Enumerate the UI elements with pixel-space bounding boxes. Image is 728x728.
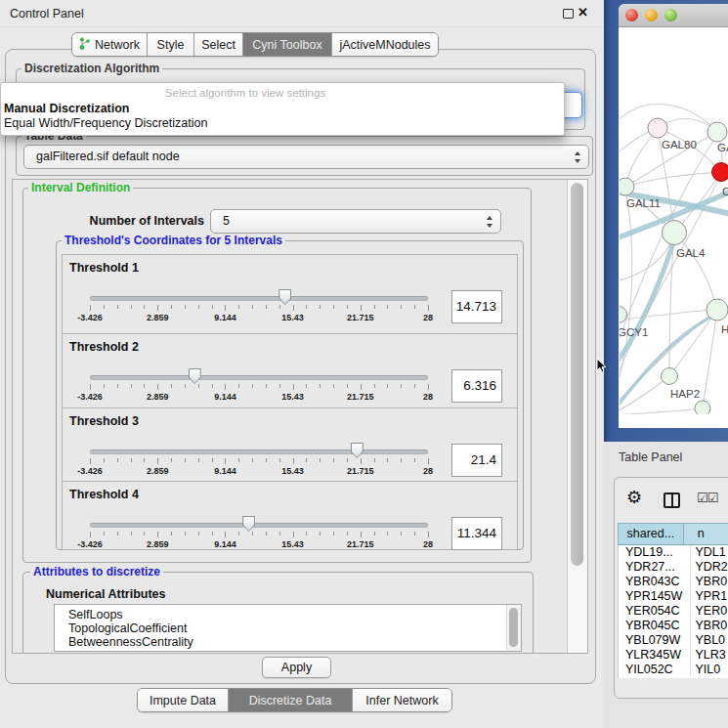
slider-tick [306, 458, 307, 462]
close-traffic-icon[interactable] [625, 9, 638, 21]
slider-track[interactable] [90, 523, 428, 528]
popup-item-manual-discretization[interactable]: Manual Discretization [4, 102, 130, 115]
slider-tick [144, 384, 145, 388]
attribute-item[interactable]: BetweennessCentrality [55, 635, 521, 649]
column-header-shared[interactable]: shared... [619, 524, 683, 544]
tab-cyni-toolbox[interactable]: Cyni Toolbox [242, 33, 331, 56]
close-icon[interactable]: ✕ [578, 5, 588, 20]
attribute-item[interactable]: SelfLoops [55, 608, 521, 621]
columns-icon[interactable] [664, 492, 680, 508]
slider-thumb[interactable] [278, 289, 291, 305]
attributes-list-scrollbar[interactable] [506, 605, 521, 651]
threshold-value-field[interactable]: 14.713 [451, 290, 502, 323]
slider-tick [279, 384, 280, 388]
threshold-box-4: Threshold 4-3.4262.8599.14415.4321.71528… [62, 481, 518, 550]
table-row[interactable]: YLR345WYLR3 [619, 648, 728, 663]
apply-button[interactable]: Apply [262, 657, 331, 678]
slider-thumb[interactable] [189, 368, 201, 384]
table-panel: ⚙ ☑☑ shared... n YDL19...YDL1YDR27...YDR… [614, 477, 728, 699]
slider-tick [144, 458, 145, 462]
table-rows: YDL19...YDL1YDR27...YDR2YBR043CYBR0YPR14… [618, 545, 728, 678]
threshold-value-field[interactable]: 6.316 [451, 369, 502, 403]
slider-tick [117, 532, 118, 535]
slider-tick [293, 458, 294, 464]
slider-tick [374, 305, 375, 309]
settings-scrollpane: Interval Definition Number of Intervals … [12, 179, 588, 654]
slider-track[interactable] [90, 450, 428, 454]
network-window-titlebar [619, 4, 728, 27]
slider-tick-label: 9.144 [214, 539, 236, 549]
slider-tick [198, 305, 199, 309]
slider-tick [401, 458, 402, 462]
column-header-name[interactable]: n [683, 524, 728, 544]
minimize-traffic-icon[interactable] [645, 9, 658, 21]
slider-tick [90, 532, 91, 537]
slider-tick [306, 305, 307, 309]
control-panel: Control Panel ✕ NetworkStyleSelectCyni T… [0, 0, 604, 728]
attribute-item[interactable]: TopologicalCoefficient [55, 621, 521, 635]
slider-tick [279, 305, 280, 309]
slider-tick [238, 384, 239, 388]
tab-impute-data[interactable]: Impute Data [138, 689, 228, 711]
slider-tick [117, 384, 118, 388]
checkbox-icons[interactable]: ☑☑ [697, 491, 717, 505]
slider-thumb[interactable] [351, 443, 364, 458]
table-row[interactable]: YDR27...YDR2 [619, 560, 728, 575]
slider-tick-label: 21.715 [347, 466, 374, 476]
slider-track[interactable] [90, 375, 428, 380]
numerical-attributes-list[interactable]: SelfLoopsTopologicalCoefficientBetweenne… [54, 604, 522, 652]
scrollbar-thumb[interactable] [571, 183, 583, 566]
slider-tick-label: 21.715 [347, 313, 374, 322]
slider-track[interactable] [90, 296, 428, 301]
threshold-label: Threshold 4 [69, 488, 139, 501]
popup-item-equal-width[interactable]: Equal Width/Frequency Discretization [4, 116, 207, 130]
slider-tick [238, 532, 239, 535]
table-data-combo[interactable]: galFiltered.sif default node [23, 145, 589, 169]
algorithm-placeholder: Select algorithm to view settings [1, 87, 490, 99]
tab-infer-network[interactable]: Infer Network [352, 689, 451, 711]
tab-select[interactable]: Select [193, 33, 242, 56]
network-view-frame[interactable]: GAL80GAL11GAL4GCY1HAP2GACH [604, 0, 728, 442]
top-tab-bar: NetworkStyleSelectCyni ToolboxjActiveMNo… [71, 32, 439, 57]
tab-network[interactable]: Network [72, 33, 147, 56]
slider-tick [212, 305, 213, 309]
svg-text:GAL80: GAL80 [662, 139, 697, 150]
slider-tick-label: 15.43 [281, 466, 304, 476]
node-table: shared... n YDL19...YDL1YDR27...YDR2YBR0… [618, 523, 728, 678]
number-of-intervals-combo[interactable]: 5 [210, 209, 501, 234]
float-window-icon[interactable] [563, 9, 574, 19]
slider-tick [90, 305, 91, 311]
table-row[interactable]: YER054CYER0 [619, 604, 728, 619]
slider-tick [157, 532, 158, 537]
settings-vertical-scrollbar[interactable] [567, 180, 588, 653]
table-row[interactable]: YPR145WYPR1 [619, 589, 728, 604]
threshold-label: Threshold 3 [69, 414, 139, 428]
network-node-0 [648, 118, 667, 138]
network-node-3 [620, 178, 634, 195]
slider-tick-label: -3.426 [77, 539, 103, 549]
slider-tick-label: -3.426 [77, 392, 103, 402]
zoom-traffic-icon[interactable] [664, 9, 677, 21]
tab-discretize-data[interactable]: Discretize Data [228, 689, 352, 711]
threshold-value-field[interactable]: 21.4 [451, 444, 502, 477]
table-row[interactable]: YBL079WYBL0 [619, 633, 728, 648]
slider-tick [104, 305, 105, 309]
gear-icon[interactable]: ⚙ [626, 489, 642, 506]
slider-thumb[interactable] [242, 516, 255, 532]
threshold-value-field[interactable]: 11.344 [451, 517, 502, 550]
tab-jactivemnodules[interactable]: jActiveMNodules [331, 33, 438, 56]
table-row[interactable]: YDL19...YDL1 [619, 545, 728, 560]
slider-tick-label: 15.43 [281, 539, 304, 549]
slider-tick [387, 532, 388, 535]
table-row[interactable]: YBR043CYBR0 [619, 575, 728, 589]
table-row[interactable]: YBR045CYBR0 [619, 619, 728, 633]
slider-tick [387, 384, 388, 388]
slider-tick [225, 305, 226, 311]
table-row[interactable]: YIL052CYIL0 [619, 663, 728, 677]
slider-tick [333, 458, 334, 462]
slider-tick [320, 384, 321, 388]
mouse-cursor [596, 358, 608, 374]
network-canvas[interactable]: GAL80GAL11GAL4GCY1HAP2GACH [620, 27, 728, 414]
slider-tick-label: 9.144 [214, 313, 236, 322]
tab-style[interactable]: Style [147, 33, 193, 56]
